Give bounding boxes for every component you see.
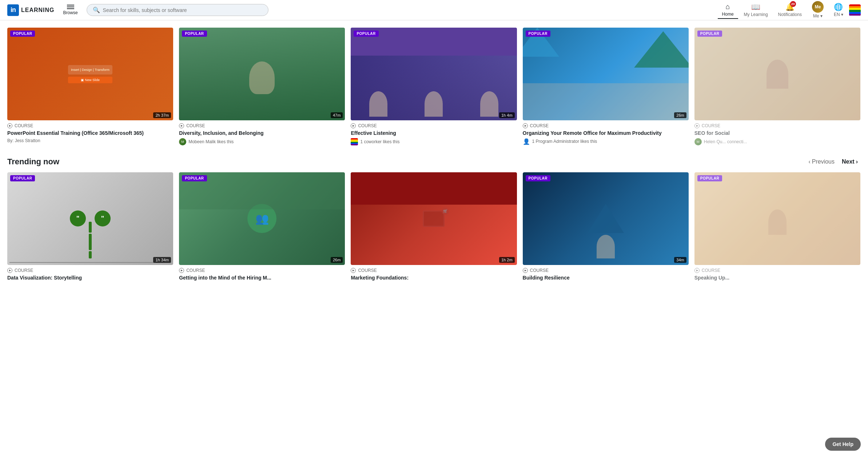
notification-count: 20 [790, 1, 796, 7]
nav-my-learning[interactable]: 📖 My Learning [740, 1, 772, 19]
nav-my-learning-label: My Learning [744, 12, 768, 17]
admin-icon: 👤 [523, 138, 530, 145]
browse-label: Browse [63, 10, 78, 15]
course-card-diversity[interactable]: POPULAR 47m ▶ COURSE Diversity, Inclusio… [179, 28, 345, 145]
popular-badge: POPULAR [526, 31, 550, 37]
header: in LEARNING Browse 🔍 ⌂ Home 📖 My Learnin… [0, 0, 868, 20]
card-meta: M Mobeen Malik likes this [179, 138, 345, 145]
popular-badge: POPULAR [10, 31, 35, 37]
previous-label: Previous [812, 158, 835, 165]
play-icon: ▶ [7, 123, 12, 128]
globe-icon: 🌐 [834, 3, 843, 11]
play-icon: ▶ [694, 268, 700, 273]
trending-nav-controls: ‹ Previous Next › [805, 157, 861, 166]
nav-notifications[interactable]: 🔔 20 Notifications [774, 1, 806, 19]
card-thumbnail-seo: POPULAR [694, 28, 860, 120]
card-title: PowerPoint Essential Training (Office 36… [7, 130, 173, 136]
course-card-listening[interactable]: POPULAR 1h 4m ▶ COURSE Effective Listeni… [351, 28, 517, 145]
card-title: Data Visualization: Storytelling [7, 274, 173, 281]
course-card-speaking[interactable]: POPULAR ▶ COURSE Speaking Up... [694, 172, 860, 283]
next-label: Next [842, 158, 855, 165]
card-thumbnail-resilience: POPULAR 34m [523, 172, 689, 265]
course-type-label: COURSE [186, 123, 205, 128]
next-button[interactable]: Next › [839, 157, 861, 166]
card-meta: M Helen Qu... connecti... [694, 138, 860, 145]
search-icon: 🔍 [93, 7, 100, 13]
search-input[interactable] [103, 7, 262, 13]
nav-notifications-label: Notifications [778, 12, 802, 17]
linkedin-logo[interactable]: in [7, 4, 19, 16]
thumb-inner: " " [7, 172, 173, 265]
nav-home[interactable]: ⌂ Home [718, 1, 738, 19]
course-type-label: COURSE [358, 123, 377, 128]
card-type: ▶ COURSE [351, 123, 517, 128]
nav-language[interactable]: 🌐 EN ▾ [829, 1, 848, 19]
pride-badge [351, 138, 358, 145]
popular-badge: POPULAR [182, 31, 207, 37]
play-icon: ▶ [351, 123, 356, 128]
card-thumbnail-marketing: 🛒 1h 2m [351, 172, 517, 265]
course-card-marketing[interactable]: 🛒 1h 2m ▶ COURSE Marketing Foundations: [351, 172, 517, 283]
course-type-label: COURSE [186, 268, 205, 273]
card-title: Getting into the Mind of the Hiring M... [179, 274, 345, 281]
play-icon: ▶ [523, 268, 528, 273]
popular-badge: POPULAR [697, 175, 722, 181]
thumb-inner [694, 28, 860, 120]
course-card-resilience[interactable]: POPULAR 34m ▶ COURSE Building Resilience [523, 172, 689, 283]
liker-avatar: M [694, 138, 702, 145]
notification-badge-wrapper: 🔔 20 [785, 3, 795, 11]
trending-courses-row: " " POPULAR 1h 34m ▶ COURSE Data Visuali… [7, 172, 861, 283]
logo-area[interactable]: in LEARNING [7, 4, 55, 16]
browse-button[interactable]: Browse [60, 3, 81, 17]
course-type-label: COURSE [530, 123, 549, 128]
duration-badge: 1h 34m [153, 257, 171, 263]
thumb-inner [523, 172, 689, 265]
card-title: Effective Listening [351, 130, 517, 136]
nav-home-label: Home [722, 12, 734, 17]
card-thumbnail-listening: POPULAR 1h 4m [351, 28, 517, 120]
play-icon: ▶ [523, 123, 528, 128]
card-type: ▶ COURSE [179, 268, 345, 273]
course-card-remote[interactable]: POPULAR 26m ▶ COURSE Organizing Your Rem… [523, 28, 689, 145]
course-card-dataviz[interactable]: " " POPULAR 1h 34m ▶ COURSE Data Visuali… [7, 172, 173, 283]
learning-wordmark: LEARNING [21, 7, 55, 13]
duration-badge: 1h 2m [499, 257, 515, 263]
search-bar[interactable]: 🔍 [87, 4, 268, 16]
main-content: Insert | Design | Transform ▣ New Slide … [0, 20, 868, 290]
course-type-label: COURSE [15, 268, 33, 273]
card-title: Building Resilience [523, 274, 689, 281]
play-icon: ▶ [351, 268, 356, 273]
thumb-inner [694, 172, 860, 265]
duration-badge: 47m [331, 112, 343, 118]
popular-badge: POPULAR [526, 175, 550, 181]
popular-courses-row: Insert | Design | Transform ▣ New Slide … [7, 28, 861, 145]
hamburger-icon [67, 5, 74, 9]
nav-me[interactable]: Me Me ▾ [808, 0, 828, 21]
duration-badge: 34m [674, 257, 686, 263]
card-title: Marketing Foundations: [351, 274, 517, 281]
duration-badge: 26m [331, 257, 343, 263]
popular-badge: POPULAR [10, 175, 35, 181]
popular-badge: POPULAR [354, 31, 378, 37]
card-type: ▶ COURSE [523, 123, 689, 128]
previous-button[interactable]: ‹ Previous [805, 157, 837, 166]
card-type: ▶ COURSE [7, 268, 173, 273]
course-type-label: COURSE [702, 268, 720, 273]
course-card-hiring[interactable]: 👥 POPULAR 26m ▶ COURSE Getting into the … [179, 172, 345, 283]
nav-me-label: Me ▾ [813, 13, 823, 19]
chevron-right-icon: › [856, 158, 858, 165]
course-card-seo[interactable]: POPULAR ▶ COURSE SEO for Social M Helen … [694, 28, 860, 145]
liker-avatar: M [179, 138, 186, 145]
duration-badge: 26m [674, 112, 686, 118]
card-thumbnail-remote: POPULAR 26m [523, 28, 689, 120]
main-nav: ⌂ Home 📖 My Learning 🔔 20 Notifications … [718, 0, 861, 21]
card-likes: Mobeen Malik likes this [188, 139, 234, 144]
card-thumbnail-dataviz: " " POPULAR 1h 34m [7, 172, 173, 265]
trending-title: Trending now [7, 157, 59, 166]
play-icon: ▶ [7, 268, 12, 273]
play-icon: ▶ [694, 123, 700, 128]
course-card-powerpoint[interactable]: Insert | Design | Transform ▣ New Slide … [7, 28, 173, 145]
card-meta: 👤 1 Program Administrator likes this [523, 138, 689, 145]
duration-badge: 1h 4m [499, 112, 515, 118]
book-icon: 📖 [751, 3, 760, 11]
